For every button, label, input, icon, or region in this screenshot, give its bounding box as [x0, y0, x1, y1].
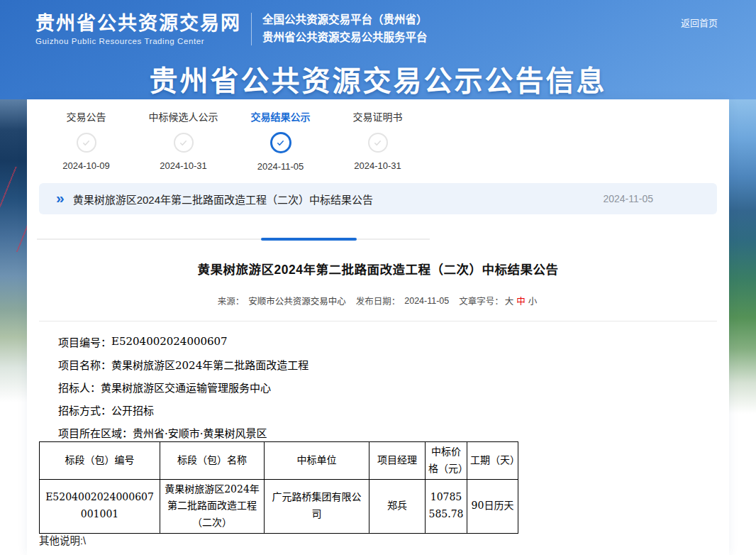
field-tender-method: 招标方式：公开招标 [58, 398, 308, 421]
source-value: 安顺市公共资源交易中心 [248, 294, 346, 307]
fontsize-large-button[interactable]: 大 [505, 294, 514, 307]
logo-subtitle: Guizhou Public Resources Trading Center [35, 37, 241, 45]
check-icon [368, 133, 388, 153]
notice-title: 黄果树旅游区2024年第二批路面改造工程（二次）中标结果公告 [73, 192, 373, 207]
hero-header: 贵州省公共资源交易网 Guizhou Public Resources Trad… [0, 0, 756, 99]
other-note: 其他说明:\ [39, 532, 86, 547]
cell-section-name: 黄果树旅游区2024年第二批路面改造工程（二次） [160, 479, 265, 533]
article-meta: 来源： 安顺市公共资源交易中心 发布日期： 2024-11-05 文章字号： 大… [27, 294, 729, 307]
cell-duration: 90日历天 [467, 479, 518, 533]
step-date: 2024-10-09 [62, 160, 110, 171]
step-trade-result-publicity[interactable]: 交易结果公示 2024-11-05 [232, 109, 329, 172]
step-candidate-publicity[interactable]: 中标候选人公示 2024-10-31 [135, 109, 232, 172]
field-project-region: 项目所在区域：贵州省·安顺市·黄果树风景区 [58, 421, 308, 444]
platform-line-2: 贵州省公共资源交易公共服务平台 [262, 29, 428, 47]
bid-result-table: 标段（包）编号 标段（包）名称 中标单位 项目经理 中标价格（元） 工期（天） … [39, 441, 518, 534]
publish-date-value: 2024-11-05 [404, 296, 449, 306]
field-tenderer: 招标人：黄果树旅游区交通运输管理服务中心 [58, 375, 308, 398]
notice-date: 2024-11-05 [603, 193, 700, 204]
vertical-divider [251, 13, 252, 45]
cell-bid-price: 10785585.78 [426, 479, 467, 533]
progress-steps: 交易公告 2024-10-09 中标候选人公示 2024-10-31 交易结果公… [38, 109, 435, 172]
check-icon [174, 133, 194, 153]
platform-line-1: 全国公共资源交易平台（贵州省） [262, 11, 428, 29]
background-photo-left [0, 99, 27, 483]
return-home-link[interactable]: 返回首页 [681, 16, 718, 29]
top-bar: 贵州省公共资源交易网 Guizhou Public Resources Trad… [0, 0, 756, 50]
double-chevron-icon: » [56, 190, 65, 205]
cell-project-manager: 郑兵 [369, 479, 426, 533]
col-bid-price: 中标价格（元） [426, 442, 467, 480]
content-card: 交易公告 2024-10-09 中标候选人公示 2024-10-31 交易结果公… [27, 99, 729, 555]
page: 贵州省公共资源交易网 Guizhou Public Resources Trad… [0, 0, 756, 555]
step-label: 交易结果公示 [251, 109, 311, 123]
fontsize-label: 文章字号： [459, 294, 504, 307]
step-trade-announcement[interactable]: 交易公告 2024-10-09 [38, 109, 135, 172]
article-title: 黄果树旅游区2024年第二批路面改造工程（二次）中标结果公告 [27, 260, 729, 278]
site-logo[interactable]: 贵州省公共资源交易网 Guizhou Public Resources Trad… [35, 13, 241, 45]
col-duration: 工期（天） [467, 442, 518, 480]
field-project-name: 项目名称：黄果树旅游区2024年第二批路面改造工程 [58, 353, 308, 375]
check-icon [270, 132, 291, 153]
cell-winning-bidder: 广元路桥集团有限公司 [265, 479, 369, 533]
step-label: 中标候选人公示 [149, 109, 218, 123]
table-header-row: 标段（包）编号 标段（包）名称 中标单位 项目经理 中标价格（元） 工期（天） [40, 442, 518, 480]
step-label: 交易公告 [67, 109, 106, 123]
step-track-line [37, 238, 430, 240]
col-section-number: 标段（包）编号 [40, 442, 160, 480]
source-label: 来源： [218, 294, 245, 307]
step-date: 2024-10-31 [160, 160, 207, 171]
col-winning-bidder: 中标单位 [265, 442, 369, 480]
col-section-name: 标段（包）名称 [160, 442, 265, 480]
platform-names: 全国公共资源交易平台（贵州省） 贵州省公共资源交易公共服务平台 [262, 11, 428, 47]
col-project-manager: 项目经理 [369, 442, 426, 480]
step-trade-certificate[interactable]: 交易证明书 2024-10-31 [329, 109, 426, 172]
meta-divider [39, 321, 717, 322]
step-date: 2024-11-05 [257, 161, 304, 172]
fontsize-medium-button[interactable]: 中 [516, 294, 526, 307]
publish-date-label: 发布日期： [356, 294, 401, 307]
step-date: 2024-10-31 [354, 160, 401, 171]
step-track-active-segment [261, 238, 357, 241]
field-project-number: 项目编号：E5204002024000607 [58, 330, 308, 353]
step-label: 交易证明书 [353, 109, 403, 123]
fontsize-small-button[interactable]: 小 [528, 294, 538, 307]
notice-bar[interactable]: » 黄果树旅游区2024年第二批路面改造工程（二次）中标结果公告 2024-11… [39, 183, 717, 214]
project-fields: 项目编号：E5204002024000607 项目名称：黄果树旅游区2024年第… [58, 330, 308, 444]
check-icon [77, 133, 96, 153]
table-row: E5204002024000607001001 黄果树旅游区2024年第二批路面… [40, 479, 518, 533]
page-title: 贵州省公共资源交易公示公告信息 [0, 58, 756, 99]
background-photo-right [729, 99, 756, 483]
cell-section-number: E5204002024000607001001 [40, 479, 160, 533]
logo-title: 贵州省公共资源交易网 [35, 13, 241, 35]
